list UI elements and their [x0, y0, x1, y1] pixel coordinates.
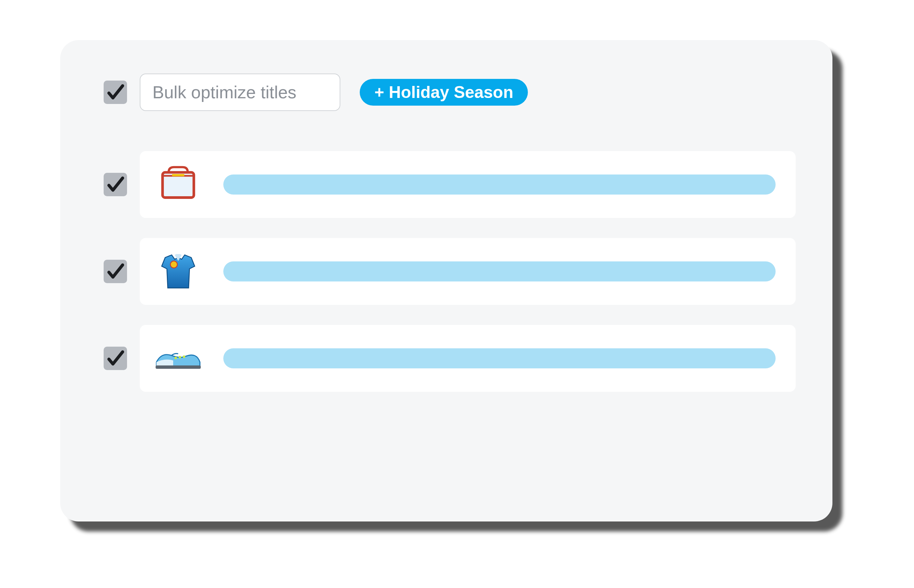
svg-point-6 [179, 356, 181, 359]
check-icon [106, 175, 125, 194]
header-row: + Holiday Season [103, 74, 796, 111]
add-tag-button[interactable]: + Holiday Season [360, 79, 528, 106]
check-icon [106, 82, 125, 102]
list-item [103, 325, 796, 392]
bulk-edit-panel: + Holiday Season [60, 40, 832, 522]
sneaker-icon [153, 333, 203, 383]
item-title-placeholder [223, 262, 775, 281]
item-card [140, 151, 796, 218]
item-title-placeholder [223, 174, 775, 195]
bag-icon [153, 160, 203, 210]
item-title-placeholder [223, 348, 775, 368]
bulk-title-input[interactable] [140, 74, 340, 111]
check-icon [106, 262, 125, 281]
item-checkbox[interactable] [103, 173, 127, 196]
svg-rect-2 [172, 174, 184, 176]
item-checkbox[interactable] [103, 347, 127, 370]
check-icon [106, 349, 125, 368]
item-checkbox[interactable] [103, 260, 127, 283]
list-item [103, 238, 796, 305]
svg-rect-4 [156, 365, 201, 369]
list-item [103, 151, 796, 218]
polo-shirt-icon [153, 246, 203, 297]
item-card [140, 325, 796, 392]
panel-wrapper: + Holiday Season [60, 40, 832, 522]
svg-point-3 [171, 261, 178, 268]
svg-point-7 [183, 355, 186, 358]
select-all-checkbox[interactable] [103, 81, 127, 104]
item-card [140, 238, 796, 305]
svg-point-5 [174, 357, 177, 359]
